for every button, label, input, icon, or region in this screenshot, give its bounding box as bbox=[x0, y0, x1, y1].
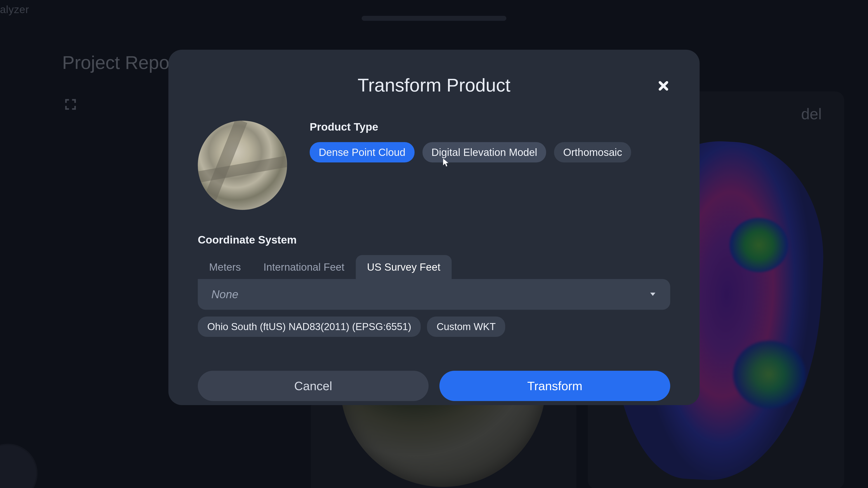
close-button[interactable] bbox=[657, 79, 670, 93]
modal-title: Transform Product bbox=[198, 74, 670, 96]
chip-ohio-south[interactable]: Ohio South (ftUS) NAD83(2011) (EPSG:6551… bbox=[198, 317, 421, 337]
transform-product-modal: Transform Product Product Type Dense Poi… bbox=[168, 50, 700, 405]
close-icon bbox=[658, 80, 669, 91]
mouse-cursor-icon bbox=[442, 158, 449, 167]
product-type-label: Product Type bbox=[310, 121, 631, 133]
cancel-button[interactable]: Cancel bbox=[198, 371, 429, 401]
product-type-dense[interactable]: Dense Point Cloud bbox=[310, 142, 414, 162]
coordinate-system-select[interactable]: None bbox=[198, 279, 670, 310]
chip-custom-wkt[interactable]: Custom WKT bbox=[427, 317, 505, 337]
coordinate-system-label: Coordinate System bbox=[198, 234, 670, 246]
unit-tabs: Meters International Feet US Survey Feet bbox=[198, 255, 670, 279]
transform-button[interactable]: Transform bbox=[439, 371, 670, 401]
product-type-options: Dense Point Cloud Digital Elevation Mode… bbox=[310, 142, 631, 162]
tab-intl-feet[interactable]: International Feet bbox=[252, 255, 356, 279]
product-thumbnail bbox=[198, 121, 287, 210]
product-type-dem[interactable]: Digital Elevation Model bbox=[423, 142, 546, 162]
select-value: None bbox=[211, 288, 239, 301]
tab-meters[interactable]: Meters bbox=[198, 255, 252, 279]
dropdown-caret-icon bbox=[649, 290, 657, 299]
product-type-ortho[interactable]: Orthomosaic bbox=[554, 142, 631, 162]
tab-us-survey-feet[interactable]: US Survey Feet bbox=[356, 255, 452, 279]
